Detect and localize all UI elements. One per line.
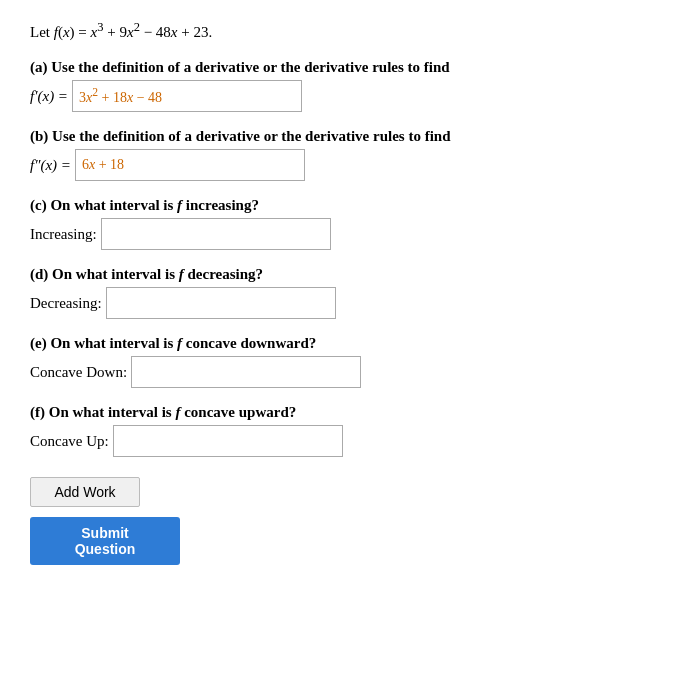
submit-question-button[interactable]: Submit Question [30,517,180,565]
part-d-label: (d) On what interval is f decreasing? [30,266,666,283]
part-e-answer-row: Concave Down: [30,356,666,388]
part-b: (b) Use the definition of a derivative o… [30,128,666,181]
part-a-answer-row: f′(x) = 3x2 + 18x − 48 [30,80,666,112]
part-f-row-label: Concave Up: [30,433,109,450]
part-a-math-label: f′(x) = [30,88,68,105]
add-work-button[interactable]: Add Work [30,477,140,507]
part-c: (c) On what interval is f increasing? In… [30,197,666,250]
part-a-answer-box: 3x2 + 18x − 48 [72,80,302,112]
part-b-answer-box: 6x + 18 [75,149,305,181]
intro-text-pre: Let [30,24,54,40]
part-a: (a) Use the definition of a derivative o… [30,59,666,112]
part-c-label: (c) On what interval is f increasing? [30,197,666,214]
part-d-input[interactable] [106,287,336,319]
part-e-input[interactable] [131,356,361,388]
problem-intro: Let f(x) = x3 + 9x2 − 48x + 23. [30,20,666,41]
function-def: f(x) = x3 + 9x2 − 48x + 23. [54,24,212,40]
part-c-row-label: Increasing: [30,226,97,243]
part-f: (f) On what interval is f concave upward… [30,404,666,457]
part-b-answer-row: f″(x) = 6x + 18 [30,149,666,181]
part-e-row-label: Concave Down: [30,364,127,381]
part-d: (d) On what interval is f decreasing? De… [30,266,666,319]
part-f-input[interactable] [113,425,343,457]
part-b-answer-value: 6x + 18 [82,157,124,173]
part-a-label: (a) Use the definition of a derivative o… [30,59,666,76]
part-d-answer-row: Decreasing: [30,287,666,319]
part-a-answer-value: 3x2 + 18x − 48 [79,86,162,106]
part-b-label: (b) Use the definition of a derivative o… [30,128,666,145]
button-row: Add Work Submit Question [30,477,666,565]
part-b-math-label: f″(x) = [30,157,71,174]
part-c-input[interactable] [101,218,331,250]
part-e: (e) On what interval is f concave downwa… [30,335,666,388]
part-c-answer-row: Increasing: [30,218,666,250]
part-f-label: (f) On what interval is f concave upward… [30,404,666,421]
part-d-row-label: Decreasing: [30,295,102,312]
part-f-answer-row: Concave Up: [30,425,666,457]
part-e-label: (e) On what interval is f concave downwa… [30,335,666,352]
